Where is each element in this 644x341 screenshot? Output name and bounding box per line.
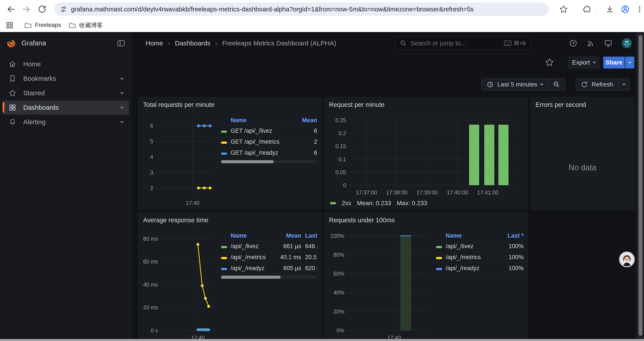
dashboard-actions-bar: Export Share bbox=[132, 55, 644, 71]
svg-text:40%: 40% bbox=[334, 289, 344, 295]
panel-title[interactable]: Errors per second bbox=[531, 97, 634, 110]
scrollbar-thumb[interactable] bbox=[638, 35, 642, 336]
back-icon[interactable] bbox=[5, 3, 17, 15]
sidebar-item-starred[interactable]: Starred bbox=[3, 86, 129, 100]
favorite-star-icon[interactable] bbox=[545, 58, 554, 67]
address-bar[interactable] bbox=[54, 3, 549, 16]
chevron-down-icon[interactable] bbox=[120, 120, 124, 123]
series-name: 2xx bbox=[342, 200, 351, 207]
sidebar-item-alerting[interactable]: Alerting bbox=[3, 115, 129, 129]
help-icon[interactable]: ? bbox=[569, 39, 578, 48]
sidebar: Grafana Home Bookmarks Starred Dashboard… bbox=[0, 32, 132, 341]
brand-name[interactable]: Grafana bbox=[22, 39, 116, 47]
refresh-interval-dropdown[interactable] bbox=[618, 78, 630, 91]
chart-request-per-minute[interactable]: 0.250.20.150.10.05017:37:0017:38:0017:39… bbox=[324, 110, 528, 198]
legend-row[interactable]: GET /api/_/metrics2 bbox=[221, 137, 317, 147]
svg-text:20%: 20% bbox=[334, 308, 344, 315]
star-icon bbox=[8, 89, 17, 97]
page-scrollbar[interactable] bbox=[636, 32, 644, 341]
chevron-down-icon[interactable] bbox=[120, 76, 124, 80]
svg-text:0 s: 0 s bbox=[151, 327, 158, 333]
svg-text:0.1: 0.1 bbox=[338, 156, 346, 162]
svg-text:80 ms: 80 ms bbox=[143, 236, 158, 242]
series-swatch bbox=[436, 246, 442, 248]
chevron-down-icon[interactable] bbox=[120, 105, 124, 109]
bookmark-icon bbox=[8, 74, 17, 83]
series-swatch bbox=[221, 153, 227, 155]
sidebar-item-home[interactable]: Home bbox=[3, 57, 129, 71]
chart-avg-response-time[interactable]: 80 ms60 ms40 ms20 ms0 s17:40 bbox=[142, 226, 218, 340]
profile-icon[interactable] bbox=[619, 3, 631, 15]
site-settings-icon[interactable] bbox=[59, 5, 68, 14]
forward-icon[interactable] bbox=[20, 3, 32, 15]
browser-toolbar bbox=[0, 0, 644, 19]
bookmark-star-icon[interactable] bbox=[558, 3, 570, 15]
url-input[interactable] bbox=[71, 6, 527, 13]
svg-text:17:39:00: 17:39:00 bbox=[416, 189, 438, 195]
app-header: Home › Dashboards › Freeleaps Metrics Da… bbox=[132, 32, 644, 55]
export-button[interactable]: Export bbox=[568, 57, 599, 69]
reload-icon[interactable] bbox=[36, 3, 48, 15]
legend-row[interactable]: /api/_/livez661 µs646 µs bbox=[221, 241, 317, 252]
downloads-icon[interactable] bbox=[604, 3, 616, 15]
search-shortcut: ⌘+k bbox=[504, 40, 526, 47]
panel-avg-response-time: Average response time 80 ms60 ms40 ms20 … bbox=[138, 212, 321, 341]
panel-title[interactable]: Request per minute bbox=[324, 97, 528, 110]
share-button[interactable]: Share bbox=[603, 57, 625, 69]
assistant-avatar[interactable] bbox=[619, 251, 635, 267]
legend-header: NameMean bbox=[221, 115, 317, 126]
time-range-group: Last 5 minutes bbox=[481, 78, 566, 91]
zoom-out-button[interactable] bbox=[548, 78, 565, 91]
refresh-icon bbox=[581, 81, 588, 88]
legend-request-per-minute[interactable]: 2xx Mean: 0.233 Max: 0.233 bbox=[324, 198, 528, 208]
legend-scrollbar[interactable] bbox=[221, 160, 317, 163]
series-swatch bbox=[221, 131, 227, 133]
menu-dots-icon[interactable] bbox=[634, 3, 644, 15]
bookmark-folder-blogs[interactable]: 收藏博客 bbox=[65, 20, 106, 31]
no-data-message: No data bbox=[531, 163, 634, 172]
news-rss-icon[interactable] bbox=[586, 39, 595, 48]
chart-total-requests[interactable]: 6543217:40 bbox=[142, 111, 218, 209]
search-box[interactable]: ⌘+k bbox=[395, 36, 530, 50]
panel-title[interactable]: Requests under 100ms bbox=[324, 213, 528, 225]
sidebar-item-bookmarks[interactable]: Bookmarks bbox=[3, 72, 129, 86]
series-swatch bbox=[436, 257, 442, 259]
time-range-picker[interactable]: Last 5 minutes bbox=[482, 78, 548, 91]
panel-title[interactable]: Total requests per minute bbox=[138, 97, 321, 110]
panel-title[interactable]: Average response time bbox=[138, 213, 321, 225]
legend-row[interactable]: /api/_/livez100% bbox=[436, 241, 524, 252]
breadcrumb-home[interactable]: Home bbox=[146, 40, 163, 47]
user-avatar[interactable] bbox=[622, 38, 632, 48]
legend-row[interactable]: /api/_/metrics100% bbox=[436, 252, 524, 263]
legend-row[interactable]: /api/_/readyz100% bbox=[436, 263, 524, 274]
svg-text:17:41:00: 17:41:00 bbox=[477, 189, 498, 195]
search-input[interactable] bbox=[410, 40, 500, 47]
extensions-icon[interactable] bbox=[580, 3, 592, 15]
refresh-button[interactable]: Refresh bbox=[576, 78, 618, 91]
dock-menu-icon[interactable] bbox=[116, 39, 126, 48]
legend-row[interactable]: /api/_/metrics40.1 ms20.5 ms bbox=[221, 252, 317, 263]
svg-text:4: 4 bbox=[150, 154, 153, 160]
legend-row[interactable]: /api/_/readyz605 µs620 µs bbox=[221, 263, 317, 274]
chevron-down-icon bbox=[593, 61, 596, 63]
search-icon bbox=[400, 40, 407, 47]
share-dropdown-button[interactable] bbox=[625, 57, 634, 69]
legend-scrollbar[interactable] bbox=[221, 276, 317, 279]
apps-grid-icon[interactable] bbox=[5, 21, 14, 30]
sidebar-item-dashboards[interactable]: Dashboards bbox=[3, 101, 129, 115]
series-swatch bbox=[221, 257, 227, 259]
legend-row[interactable]: GET /api/_/livez6 bbox=[221, 126, 317, 137]
chart-under-100ms[interactable]: 100%80%60%40%20%0%17:40 bbox=[328, 226, 433, 340]
breadcrumb-dashboards[interactable]: Dashboards bbox=[175, 40, 210, 47]
svg-text:80%: 80% bbox=[334, 252, 344, 258]
legend-row[interactable]: GET /api/_/readyz6 bbox=[221, 147, 317, 158]
time-controls: Last 5 minutes Refresh bbox=[132, 71, 644, 95]
monitor-icon[interactable] bbox=[604, 39, 613, 48]
svg-text:2: 2 bbox=[150, 185, 153, 191]
svg-text:0.25: 0.25 bbox=[335, 117, 346, 123]
actions-divider bbox=[564, 57, 564, 68]
chevron-down-icon[interactable] bbox=[120, 91, 124, 94]
svg-text:0.05: 0.05 bbox=[335, 169, 346, 175]
bookmark-folder-freeleaps[interactable]: Freeleaps bbox=[20, 20, 65, 31]
svg-text:3: 3 bbox=[150, 169, 153, 176]
